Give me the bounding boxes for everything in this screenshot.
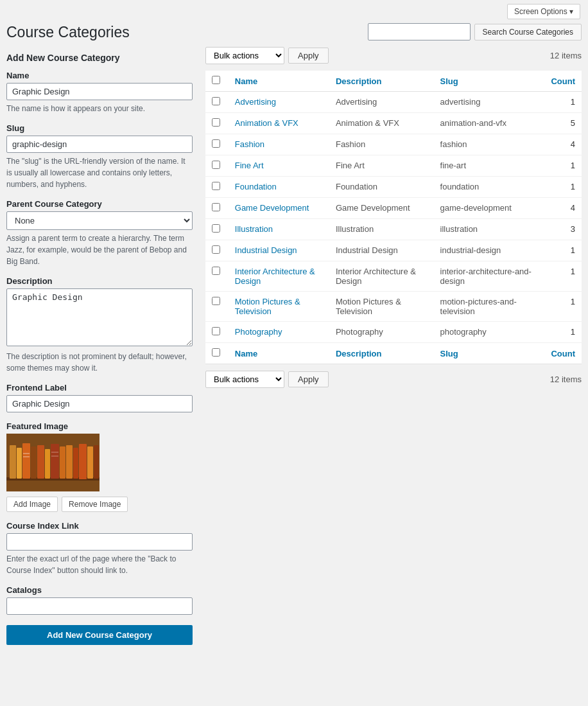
row-checkbox-3[interactable] [212, 161, 220, 169]
row-count-cell: 1 [542, 240, 582, 261]
name-field-group: Name The name is how it appears on your … [6, 71, 193, 114]
table-row: Foundation Foundation foundation 1 [205, 177, 582, 198]
featured-image-group: Featured Image [6, 421, 193, 512]
category-link-10[interactable]: Photography [235, 327, 282, 337]
parent-field-group: Parent Course Category None Assign a par… [6, 199, 193, 267]
footer-slug[interactable]: Slug [434, 343, 542, 364]
row-checkbox-9[interactable] [212, 297, 220, 305]
row-checkbox-10[interactable] [212, 327, 220, 335]
bottom-apply-button[interactable]: Apply [288, 371, 329, 387]
row-slug-cell: industrial-design [434, 240, 542, 261]
table-row: Fine Art Fine Art fine-art 1 [205, 155, 582, 177]
screen-options-button[interactable]: Screen Options ▾ [507, 4, 580, 19]
category-link-9[interactable]: Motion Pictures & Television [235, 297, 300, 316]
categories-table: Name Description Slug Count Advertising … [205, 71, 582, 364]
table-header-row: Name Description Slug Count [205, 71, 582, 92]
row-count-cell: 4 [542, 198, 582, 219]
table-row: Illustration Illustration illustration 3 [205, 219, 582, 240]
page-title: Course Categories [6, 23, 193, 42]
row-checkbox-cell [205, 240, 229, 261]
row-name-cell: Motion Pictures & Television [229, 292, 329, 322]
svg-rect-14 [87, 446, 93, 479]
header-name[interactable]: Name [229, 71, 329, 92]
parent-label: Parent Course Category [6, 199, 193, 209]
row-name-cell: Fine Art [229, 155, 329, 177]
row-desc-cell: Foundation [329, 177, 434, 198]
row-checkbox-8[interactable] [212, 267, 220, 275]
header-slug[interactable]: Slug [434, 71, 542, 92]
submit-button[interactable]: Add New Course Category [6, 625, 193, 645]
row-name-cell: Game Development [229, 198, 329, 219]
row-slug-cell: foundation [434, 177, 542, 198]
footer-name[interactable]: Name [229, 343, 329, 364]
row-checkbox-0[interactable] [212, 97, 220, 105]
catalogs-input[interactable] [6, 597, 193, 615]
category-link-2[interactable]: Fashion [235, 139, 264, 149]
row-checkbox-2[interactable] [212, 139, 220, 148]
svg-rect-12 [73, 448, 78, 479]
bottom-bulk-select[interactable]: Bulk actions [205, 371, 284, 388]
header-description[interactable]: Description [329, 71, 434, 92]
row-checkbox-6[interactable] [212, 224, 220, 233]
course-index-input[interactable] [6, 533, 193, 551]
row-checkbox-5[interactable] [212, 203, 220, 211]
row-desc-cell: Interior Architecture & Design [329, 261, 434, 292]
row-slug-cell: photography [434, 322, 542, 343]
row-desc-cell: Animation & VFX [329, 113, 434, 134]
category-link-0[interactable]: Advertising [235, 97, 276, 107]
svg-rect-8 [45, 449, 50, 479]
bottom-items-count: 12 items [550, 375, 582, 384]
svg-rect-4 [17, 448, 22, 479]
frontend-label-input[interactable] [6, 395, 193, 412]
course-index-group: Course Index Link Enter the exact url of… [6, 521, 193, 576]
row-slug-cell: illustration [434, 219, 542, 240]
row-slug-cell: advertising [434, 92, 542, 113]
footer-count[interactable]: Count [542, 343, 582, 364]
footer-description[interactable]: Description [329, 343, 434, 364]
add-new-section-title: Add New Course Category [6, 53, 193, 63]
top-items-count: 12 items [550, 51, 582, 60]
table-row: Motion Pictures & Television Motion Pict… [205, 292, 582, 322]
row-slug-cell: fine-art [434, 155, 542, 177]
category-link-3[interactable]: Fine Art [235, 161, 264, 170]
category-link-4[interactable]: Foundation [235, 182, 277, 191]
search-button[interactable]: Search Course Categories [474, 24, 582, 40]
name-input[interactable] [6, 83, 193, 100]
top-bulk-select[interactable]: Bulk actions [205, 47, 284, 64]
remove-image-button[interactable]: Remove Image [62, 497, 128, 512]
row-desc-cell: Industrial Design [329, 240, 434, 261]
row-checkbox-7[interactable] [212, 245, 220, 254]
svg-rect-9 [51, 444, 59, 479]
row-checkbox-cell [205, 134, 229, 155]
table-row: Photography Photography photography 1 [205, 322, 582, 343]
screen-options-bar: Screen Options ▾ [0, 0, 588, 23]
description-label: Description [6, 276, 193, 286]
category-link-6[interactable]: Illustration [235, 224, 273, 234]
search-input[interactable] [368, 23, 471, 40]
category-link-1[interactable]: Animation & VFX [235, 118, 298, 128]
top-apply-button[interactable]: Apply [288, 48, 329, 64]
header-count[interactable]: Count [542, 71, 582, 92]
row-count-cell: 4 [542, 134, 582, 155]
right-panel: Search Course Categories Bulk actions Ap… [205, 23, 582, 645]
select-all-checkbox[interactable] [212, 76, 220, 84]
add-image-button[interactable]: Add Image [6, 497, 58, 512]
row-desc-cell: Fine Art [329, 155, 434, 177]
select-all-footer-checkbox[interactable] [212, 348, 220, 357]
row-name-cell: Industrial Design [229, 240, 329, 261]
row-name-cell: Interior Architecture & Design [229, 261, 329, 292]
top-action-row: Bulk actions Apply 12 items [205, 47, 582, 64]
row-count-cell: 1 [542, 292, 582, 322]
slug-input[interactable] [6, 136, 193, 153]
row-checkbox-cell [205, 113, 229, 134]
description-textarea[interactable]: Graphic Design [6, 288, 193, 346]
table-row: Advertising Advertising advertising 1 [205, 92, 582, 113]
row-checkbox-4[interactable] [212, 182, 220, 190]
row-name-cell: Advertising [229, 92, 329, 113]
category-link-7[interactable]: Industrial Design [235, 245, 297, 255]
category-link-5[interactable]: Game Development [235, 203, 309, 213]
svg-rect-7 [37, 445, 44, 479]
row-checkbox-1[interactable] [212, 118, 220, 127]
category-link-8[interactable]: Interior Architecture & Design [235, 267, 315, 286]
parent-select[interactable]: None [6, 211, 193, 230]
